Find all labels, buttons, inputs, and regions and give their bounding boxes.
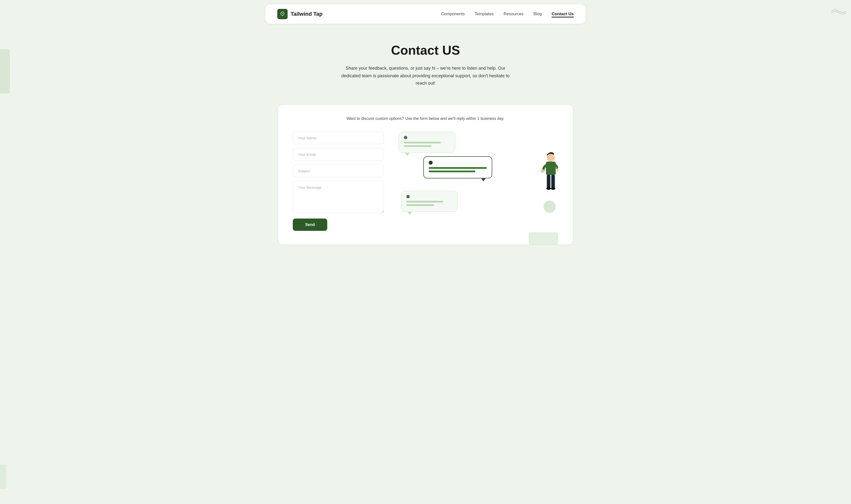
nav-item-components[interactable]: Components <box>441 12 465 17</box>
svg-point-1 <box>547 154 555 162</box>
page-title: Contact US <box>5 43 846 58</box>
bubble-dot-2 <box>429 161 433 165</box>
navbar: Tailwind Tap Components Templates Resour… <box>265 4 586 24</box>
nav-item-blog[interactable]: Blog <box>533 12 542 17</box>
bubble-line-1a <box>404 142 441 143</box>
svg-rect-5 <box>547 175 551 188</box>
message-input[interactable] <box>293 181 384 213</box>
form-section: Want to discuss custom options? Use the … <box>278 104 573 245</box>
subject-input[interactable] <box>293 165 384 177</box>
deco-left-bar-2 <box>0 465 6 489</box>
nav-item-resources[interactable]: Resources <box>503 12 524 17</box>
bubble-dot-1 <box>404 136 407 139</box>
person-illustration <box>534 151 558 201</box>
nav-link-resources[interactable]: Resources <box>503 12 524 16</box>
bubble-line-3b <box>406 204 434 206</box>
chat-bubble-1 <box>398 132 455 153</box>
name-input[interactable] <box>293 132 384 144</box>
illustration-area <box>398 132 558 211</box>
form-fields: Send <box>293 132 384 231</box>
navbar-wrapper: Tailwind Tap Components Templates Resour… <box>0 0 851 28</box>
deco-bottom-right-bar <box>529 232 558 245</box>
deco-wave-icon <box>831 7 846 15</box>
nav-link-templates[interactable]: Templates <box>475 12 494 16</box>
svg-point-3 <box>540 169 544 173</box>
email-input[interactable] <box>293 148 384 161</box>
bubble-line-1b <box>404 145 432 147</box>
hero-section: Contact US Share your feedback, question… <box>0 28 851 97</box>
deco-circle <box>544 201 556 213</box>
svg-rect-6 <box>551 175 555 188</box>
logo-area: Tailwind Tap <box>277 9 323 19</box>
logo-icon <box>277 9 288 19</box>
nav-item-contact[interactable]: Contact Us <box>552 12 574 17</box>
nav-link-blog[interactable]: Blog <box>533 12 542 16</box>
nav-link-components[interactable]: Components <box>441 12 465 16</box>
submit-button[interactable]: Send <box>293 218 327 231</box>
svg-point-7 <box>546 187 551 190</box>
chat-bubble-3 <box>401 191 458 212</box>
svg-rect-2 <box>546 162 556 175</box>
nav-links: Components Templates Resources Blog Cont… <box>441 12 574 17</box>
nav-item-templates[interactable]: Templates <box>475 12 494 17</box>
nav-link-contact[interactable]: Contact Us <box>552 12 574 17</box>
form-content: Send <box>293 132 558 231</box>
bubble-dot-3 <box>406 195 410 198</box>
svg-point-8 <box>551 187 555 190</box>
form-subtitle: Want to discuss custom options? Use the … <box>293 116 558 121</box>
deco-left-bar <box>0 49 10 93</box>
hero-description: Share your feedback, questions, or just … <box>337 65 514 87</box>
bubble-line-2a <box>429 167 487 169</box>
bubble-line-3a <box>406 201 443 202</box>
bubble-line-2b <box>429 170 475 172</box>
logo-text: Tailwind Tap <box>290 11 323 17</box>
chat-bubble-2 <box>423 156 492 178</box>
